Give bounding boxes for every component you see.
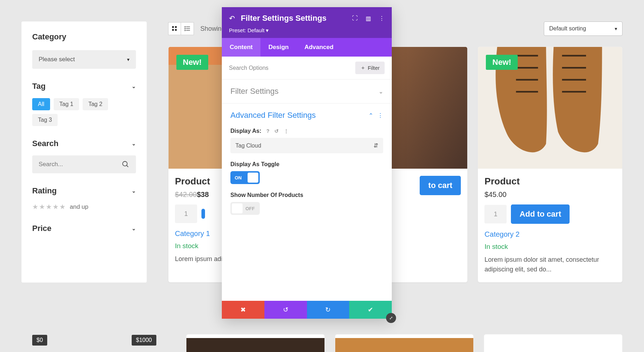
select-arrows-icon: ⇵ — [374, 142, 378, 149]
more-icon[interactable]: ⋮ — [377, 112, 383, 119]
undo-button[interactable]: ↺ — [264, 301, 307, 319]
plus-icon: ＋ — [360, 64, 366, 71]
tag-cloud: All Tag 1 Tag 2 Tag 3 — [32, 98, 136, 126]
bottom-row — [186, 334, 623, 352]
tag-heading-row[interactable]: Tag ⌄ — [32, 82, 136, 91]
chevron-down-icon: ▾ — [266, 27, 269, 33]
svg-rect-3 — [175, 26, 177, 28]
add-to-cart-button[interactable]: Add to cart — [511, 204, 570, 224]
section-filter-settings[interactable]: Filter Settings ⌄ — [222, 79, 392, 103]
category-heading: Category — [32, 32, 136, 42]
settings-modal: ↶ Filter Settings Settings ⛶ ▥ ⋮ Preset:… — [222, 7, 392, 319]
modal-title: Filter Settings Settings — [241, 14, 346, 23]
confirm-button[interactable]: ✔ — [349, 301, 392, 319]
rating-label: and up — [70, 203, 88, 211]
price-heading-row[interactable]: Price ⌄ — [32, 224, 136, 233]
tag-item[interactable]: Tag 1 — [54, 98, 79, 110]
section-advanced-filter: Advanced Filter Settings ⌃ ⋮ Display As:… — [222, 103, 392, 222]
reset-icon[interactable]: ↺ — [274, 128, 279, 134]
new-badge: New! — [486, 55, 518, 70]
tag-item[interactable]: All — [32, 98, 50, 110]
display-as-select[interactable]: Tag Cloud ⇵ — [230, 138, 383, 153]
display-as-toggle[interactable]: ON — [230, 171, 260, 184]
section-title: Filter Settings — [230, 87, 279, 96]
tab-design[interactable]: Design — [260, 38, 297, 57]
product-card — [186, 334, 325, 352]
column-icon[interactable]: ▥ — [366, 15, 371, 22]
add-to-cart-button[interactable]: to cart — [420, 176, 461, 195]
resize-handle[interactable]: ⤢ — [386, 313, 396, 323]
category-select[interactable]: Please select ▾ — [32, 50, 136, 69]
chevron-down-icon: ▾ — [615, 26, 617, 32]
options-bar: Search Options ＋ Filter — [222, 57, 392, 79]
list-icon — [185, 26, 190, 32]
product-card: New! Product $45.00 Add to cart Category… — [478, 47, 623, 283]
preset-row[interactable]: Preset: Default ▾ — [222, 27, 392, 38]
tag-item[interactable]: Tag 2 — [83, 98, 108, 110]
grid-view-button[interactable] — [168, 22, 181, 35]
show-number-toggle[interactable]: OFF — [230, 202, 260, 215]
display-as-label: Display As: ? ↺ ⋮ — [230, 128, 383, 134]
quantity-input[interactable] — [175, 204, 197, 223]
svg-rect-2 — [172, 26, 174, 28]
modal-footer: ✖ ↺ ↻ ✔ — [222, 301, 392, 319]
svg-line-1 — [127, 165, 128, 167]
svg-point-11 — [185, 30, 185, 31]
expand-icon[interactable]: ⛶ — [352, 15, 358, 22]
check-icon: ✔ — [368, 306, 373, 314]
sidebar: Category Please select ▾ Tag ⌄ All Tag 1… — [21, 21, 147, 283]
search-options-label[interactable]: Search Options — [229, 65, 268, 71]
search-heading-row[interactable]: Search ⌄ — [32, 139, 136, 148]
product-card — [484, 334, 623, 352]
more-icon[interactable]: ⋮ — [379, 15, 385, 22]
display-toggle-label: Display As Toggle — [230, 161, 383, 168]
svg-point-0 — [123, 161, 127, 166]
product-price: $45.00 — [484, 191, 616, 199]
chevron-down-icon: ▾ — [127, 57, 130, 62]
search-box — [32, 155, 136, 173]
more-icon[interactable]: ⋮ — [284, 128, 289, 134]
rating-heading-row[interactable]: Rating ⌄ — [32, 186, 136, 196]
show-number-label: Show Number Of Products — [230, 192, 383, 198]
section-title: Advanced Filter Settings — [230, 111, 316, 120]
chevron-down-icon: ⌄ — [132, 83, 136, 89]
help-icon[interactable]: ? — [267, 128, 270, 134]
add-to-cart-button[interactable] — [201, 209, 205, 219]
modal-tabs: Content Design Advanced — [222, 38, 392, 57]
product-desc: Lorem ipsum dolor sit amet, consectetur … — [484, 255, 616, 274]
rating-row[interactable]: ★★★★★ and up — [32, 203, 136, 211]
close-button[interactable]: ✖ — [222, 301, 264, 319]
svg-rect-4 — [172, 29, 174, 31]
tab-content[interactable]: Content — [222, 38, 260, 57]
product-image: New! — [478, 47, 622, 169]
redo-icon: ↻ — [325, 306, 331, 314]
search-input[interactable] — [39, 161, 111, 168]
tag-item[interactable]: Tag 3 — [32, 114, 58, 126]
price-min-badge: $0 — [32, 335, 47, 346]
chevron-up-icon: ⌃ — [369, 112, 373, 119]
sort-select[interactable]: Default sorting ▾ — [544, 21, 623, 36]
quantity-input[interactable] — [484, 205, 507, 223]
category-link[interactable]: Category 2 — [484, 230, 616, 238]
svg-rect-5 — [175, 29, 177, 31]
chevron-down-icon: ⌄ — [379, 88, 383, 95]
price-max-badge: $1000 — [132, 335, 156, 346]
star-icon: ★★★★★ — [32, 203, 66, 211]
tag-heading: Tag — [32, 82, 45, 91]
grid-icon — [172, 26, 177, 32]
list-view-button[interactable] — [181, 22, 194, 35]
price-heading: Price — [32, 224, 52, 233]
new-badge: New! — [176, 55, 208, 70]
close-icon: ✖ — [240, 306, 246, 314]
filter-button[interactable]: ＋ Filter — [355, 62, 385, 74]
redo-button[interactable]: ↻ — [307, 301, 350, 319]
svg-point-10 — [185, 28, 185, 29]
undo-icon: ↺ — [283, 306, 288, 314]
tab-advanced[interactable]: Advanced — [297, 38, 341, 57]
product-title: Product — [484, 176, 616, 187]
sort-value: Default sorting — [549, 25, 586, 32]
modal-header: ↶ Filter Settings Settings ⛶ ▥ ⋮ — [222, 7, 392, 27]
section-header[interactable]: Advanced Filter Settings ⌃ ⋮ — [230, 111, 383, 120]
back-icon[interactable]: ↶ — [229, 14, 235, 23]
view-toggle — [168, 22, 194, 35]
